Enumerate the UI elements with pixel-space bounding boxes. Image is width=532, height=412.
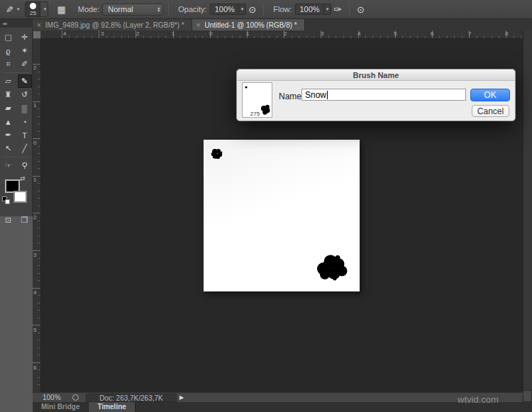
- ruler-h-number: 3: [101, 30, 104, 37]
- brush-preview-dot-wrap: 25: [26, 2, 40, 16]
- tool-path-selection[interactable]: ↖: [1, 142, 16, 155]
- ruler-v-number: 4: [33, 289, 36, 296]
- tool-rectangular-marquee[interactable]: ▢: [1, 30, 16, 44]
- status-expand-icon[interactable]: ▶: [179, 394, 184, 401]
- zoom-icon: ⚲: [21, 161, 27, 170]
- ruler-h-number: 5: [394, 30, 397, 37]
- tool-healing-brush[interactable]: ▱: [1, 74, 16, 88]
- screen-mode-button[interactable]: ❐: [18, 213, 32, 227]
- ruler-h-number: 6: [431, 30, 433, 37]
- path-selection-icon: ↖: [5, 144, 11, 153]
- crop-icon: ⌗: [6, 60, 10, 69]
- ruler-origin-corner[interactable]: [33, 30, 41, 39]
- tool-divider: [2, 157, 31, 157]
- flow-dropdown[interactable]: 100% ▾: [295, 4, 332, 15]
- tool-move[interactable]: ✛: [18, 30, 32, 44]
- tool-crop[interactable]: ⌗: [1, 57, 16, 71]
- ruler-h-number: 2: [284, 30, 287, 37]
- ruler-v-number: 3: [33, 252, 36, 258]
- opacity-label: Opacity:: [178, 5, 206, 13]
- brush-preset-dropdown[interactable]: ▾: [40, 2, 48, 16]
- quick-mask-icon: ⊡: [5, 216, 11, 225]
- brush-tool-caret-icon[interactable]: ▾: [17, 6, 20, 12]
- background-color-swatch[interactable]: [13, 191, 27, 203]
- watermark: wtvid.com: [458, 394, 507, 405]
- zoom-level-field[interactable]: 100%: [43, 394, 71, 401]
- ruler-v-number: 1: [33, 177, 36, 183]
- panel-collapse-button[interactable]: ◀◀: [0, 19, 32, 28]
- tool-type[interactable]: T: [18, 128, 32, 142]
- tool-magic-wand[interactable]: ✶: [18, 44, 32, 57]
- brush-preview-size: 275: [243, 111, 267, 117]
- ruler-v-number: 0: [33, 140, 36, 146]
- tool-clone-stamp[interactable]: ♜: [1, 88, 16, 101]
- pressure-size-icon[interactable]: ⊙: [357, 4, 365, 15]
- quick-mask-button[interactable]: ⊡: [1, 213, 16, 227]
- brush-size-value: 25: [30, 10, 36, 16]
- tool-pen[interactable]: ✒: [1, 128, 16, 142]
- tool-lasso[interactable]: ϱ: [1, 44, 16, 57]
- ruler-v[interactable]: 210123456: [33, 39, 41, 392]
- tool-eraser[interactable]: ▰: [1, 101, 16, 115]
- cancel-button[interactable]: Cancel: [472, 105, 509, 117]
- ruler-v-number: 1: [33, 102, 36, 108]
- text-cursor: [327, 91, 328, 99]
- ruler-h[interactable]: 4321012345678: [41, 30, 523, 39]
- ruler-v-number: 2: [33, 214, 36, 221]
- default-colors-icon[interactable]: [2, 196, 10, 204]
- brush-tool-icon[interactable]: ✎: [6, 4, 13, 15]
- ruler-h-number: 8: [505, 30, 508, 37]
- options-bar: ✎ ▾ 25 ▾ ▦ Mode: Normal ▴▾ Opacity: 100%…: [0, 0, 532, 19]
- brush-name-value: Snow: [305, 90, 326, 100]
- document-tab-bar: × IMG_9489.jpg @ 92,8% (Layer 2, RGB/8*)…: [33, 19, 532, 30]
- tool-panel: ◀◀ ▢✛ϱ✶⌗✐▱✎♜↺▰▒▲◔✒T↖╱☞⚲ ⇄ ⊡ ❐: [0, 19, 33, 216]
- brush-preview-thumbnail: 275: [242, 82, 272, 118]
- rectangular-marquee-icon: ▢: [4, 33, 11, 42]
- tool-blur[interactable]: ▲: [1, 115, 16, 128]
- tool-history-brush[interactable]: ↺: [18, 88, 32, 101]
- tab-timeline[interactable]: Timeline: [88, 402, 135, 412]
- screen-mode-icon: ❐: [21, 216, 28, 225]
- tool-hand[interactable]: ☞: [1, 159, 16, 172]
- tab-untitled-1[interactable]: × Untitled-1 @ 100% (RGB/8) *: [192, 19, 305, 30]
- tool-line[interactable]: ╱: [18, 142, 32, 155]
- dialog-title[interactable]: Brush Name: [237, 69, 515, 81]
- tool-dodge[interactable]: ◔: [18, 115, 32, 128]
- toggle-brush-panel-icon[interactable]: ▦: [57, 4, 65, 15]
- opacity-value: 100%: [215, 5, 235, 13]
- tab-mini-bridge[interactable]: Mini Bridge: [33, 402, 88, 412]
- tool-grid: ▢✛ϱ✶⌗✐▱✎♜↺▰▒▲◔✒T↖╱☞⚲: [0, 28, 32, 172]
- dock-background: [0, 216, 33, 412]
- name-label: Name:: [279, 91, 304, 101]
- mode-label: Mode:: [78, 5, 100, 13]
- tool-gradient[interactable]: ▒: [18, 101, 32, 115]
- status-bar: 100% Doc: 263,7K/263,7K ▶: [33, 392, 523, 402]
- ruler-v-number: 6: [33, 364, 36, 371]
- color-controls: ⇄: [0, 174, 32, 211]
- clone-stamp-icon: ♜: [5, 90, 12, 99]
- swap-colors-icon[interactable]: ⇄: [20, 175, 26, 182]
- tool-zoom[interactable]: ⚲: [18, 159, 32, 172]
- close-icon[interactable]: ×: [37, 21, 41, 29]
- ok-button[interactable]: OK: [470, 89, 510, 101]
- airbrush-icon[interactable]: ✑: [333, 4, 342, 15]
- small-brush-blob: [211, 147, 223, 161]
- tab-img-9489[interactable]: × IMG_9489.jpg @ 92,8% (Layer 2, RGB/8*)…: [33, 19, 192, 30]
- tool-brush[interactable]: ✎: [18, 74, 32, 88]
- large-brush-blob: [316, 253, 348, 281]
- brush-preset-picker[interactable]: 25 ▾: [25, 1, 48, 17]
- magic-wand-icon: ✶: [21, 46, 28, 55]
- canvas-document[interactable]: [204, 140, 360, 291]
- close-icon[interactable]: ×: [196, 21, 201, 29]
- gradient-icon: ▒: [22, 104, 28, 113]
- vertical-scrollbar[interactable]: [523, 30, 532, 392]
- mode-select[interactable]: Normal ▴▾: [102, 4, 163, 16]
- select-carets-icon: ▴▾: [157, 6, 160, 12]
- pressure-opacity-icon[interactable]: ⊙: [248, 4, 256, 15]
- doc-size-indicator[interactable]: Doc: 263,7K/263,7K: [86, 394, 177, 402]
- opacity-dropdown[interactable]: 100% ▾: [210, 4, 247, 15]
- ruler-h-number: 2: [136, 30, 139, 37]
- tool-eyedropper[interactable]: ✐: [18, 57, 32, 71]
- brush-name-input[interactable]: Snow: [301, 89, 466, 101]
- status-circle-icon[interactable]: [72, 394, 79, 401]
